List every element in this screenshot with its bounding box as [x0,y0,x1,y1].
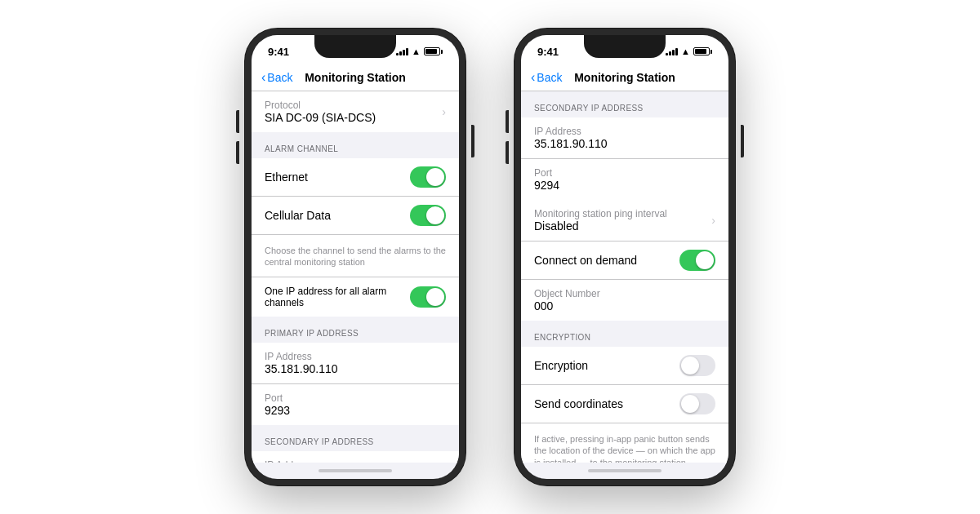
alarm-channel-header: ALARM CHANNEL [252,132,459,158]
phone-screen-1: 9:41 ▲ ‹ [252,35,459,479]
home-indicator-1 [252,463,459,479]
secondary-ip-item-1[interactable]: IP Address 35.181.90.110 [252,451,459,463]
secondary-ip-header-text-2: SECONDARY IP ADDRESS [534,104,644,113]
ping-interval-item[interactable]: Monitoring station ping interval Disable… [521,200,728,241]
protocol-label: Protocol [265,100,442,111]
secondary-port-item-2[interactable]: Port 9294 [521,159,728,200]
nav-bar-2: ‹ Back Monitoring Station [521,64,728,91]
channel-description-item: Choose the channel to send the alarms to… [252,235,459,277]
primary-ip-value: 35.181.90.110 [265,362,446,375]
primary-ip-header-text: PRIMARY IP ADDRESS [265,329,359,338]
back-chevron-1: ‹ [261,70,265,85]
protocol-chevron: › [442,105,446,118]
secondary-port-label-2: Port [534,167,715,179]
signal-icon [396,47,408,55]
vol-up-button[interactable] [236,110,239,133]
power-button-2[interactable] [741,125,744,157]
notch-2 [584,35,666,58]
signal-icon-2 [666,47,678,55]
back-label-2[interactable]: Back [537,71,562,84]
ethernet-label: Ethernet [265,171,308,184]
one-ip-toggle[interactable] [410,286,446,308]
content-area-2: SECONDARY IP ADDRESS IP Address 35.181.9… [521,91,728,463]
battery-icon-2 [693,47,712,55]
protocol-item[interactable]: Protocol SIA DC-09 (SIA-DCS) › [252,91,459,132]
primary-port-label: Port [265,392,446,404]
connect-on-demand-toggle[interactable] [679,250,715,271]
one-ip-label: One IP address for all alarm channels [265,286,403,308]
primary-ip-content: IP Address 35.181.90.110 [265,351,446,375]
back-button-2[interactable]: ‹ Back [531,70,562,85]
phone-screen-2: 9:41 ▲ ‹ [521,35,728,479]
power-button[interactable] [471,125,474,157]
object-number-value: 000 [534,299,715,312]
secondary-ip-header-1: SECONDARY IP ADDRESS [252,425,459,451]
cellular-toggle[interactable] [410,205,446,226]
back-button-1[interactable]: ‹ Back [261,70,292,85]
home-indicator-2 [521,463,728,479]
one-ip-item: One IP address for all alarm channels [252,277,459,317]
back-label-1[interactable]: Back [267,71,292,84]
secondary-ip-group-2: IP Address 35.181.90.110 Port 9294 [521,117,728,200]
send-coordinates-item: Send coordinates [521,385,728,423]
phone-1: 9:41 ▲ ‹ [245,29,466,485]
status-icons-1: ▲ [396,47,443,56]
object-number-item[interactable]: Object Number 000 [521,280,728,321]
secondary-port-value-2: 9294 [534,179,715,192]
wifi-icon: ▲ [412,47,421,56]
status-icons-2: ▲ [666,47,712,56]
secondary-ip-header-text-1: SECONDARY IP ADDRESS [265,437,374,446]
nav-title-1: Monitoring Station [305,71,406,84]
primary-ip-label: IP Address [265,351,446,362]
secondary-ip-item-2[interactable]: IP Address 35.181.90.110 [521,117,728,159]
back-chevron-2: ‹ [531,70,535,85]
secondary-ip-header-2: SECONDARY IP ADDRESS [521,91,728,117]
secondary-ip-group-1: IP Address 35.181.90.110 Port 9294 [252,451,459,463]
object-number-label: Object Number [534,288,715,299]
primary-ip-item[interactable]: IP Address 35.181.90.110 [252,343,459,384]
primary-port-item[interactable]: Port 9293 [252,384,459,425]
primary-ip-header: PRIMARY IP ADDRESS [252,317,459,343]
notch [314,35,396,58]
ping-value: Disabled [534,219,711,233]
primary-ip-group: IP Address 35.181.90.110 Port 9293 [252,343,459,425]
alarm-channel-group: Ethernet Cellular Data Choose the channe… [252,158,459,317]
secondary-ip-label-2: IP Address [534,126,715,137]
protocol-value: SIA DC-09 (SIA-DCS) [265,111,442,124]
encryption-group: Encryption Send coordinates If active, p… [521,347,728,463]
encryption-header: ENCRYPTION [521,321,728,347]
send-coordinates-label: Send coordinates [534,397,623,410]
phone-2: 9:41 ▲ ‹ [514,29,735,485]
connect-on-demand-item: Connect on demand [521,241,728,280]
status-time-2: 9:41 [537,46,559,58]
channel-description: Choose the channel to send the alarms to… [265,245,446,268]
ping-group: Monitoring station ping interval Disable… [521,200,728,321]
encryption-toggle[interactable] [679,355,715,376]
secondary-port-content-2: Port 9294 [534,167,715,192]
wifi-icon-2: ▲ [681,47,690,56]
phone-frame-1: 9:41 ▲ ‹ [245,29,466,485]
ping-label: Monitoring station ping interval [534,208,711,219]
ping-chevron: › [711,214,715,227]
coordinates-description: If active, pressing in-app panic button … [534,433,715,463]
secondary-ip-content-2: IP Address 35.181.90.110 [534,126,715,150]
home-bar-2 [588,469,662,472]
vol-down-button[interactable] [236,141,239,164]
vol-down-button-2[interactable] [506,141,509,164]
object-number-content: Object Number 000 [534,288,715,312]
protocol-group: Protocol SIA DC-09 (SIA-DCS) › [252,91,459,132]
send-coordinates-toggle[interactable] [679,393,715,414]
phone-frame-2: 9:41 ▲ ‹ [514,29,735,485]
content-area-1: Protocol SIA DC-09 (SIA-DCS) › ALARM CHA… [252,91,459,463]
encryption-item: Encryption [521,347,728,385]
status-time-1: 9:41 [268,46,289,58]
battery-icon [424,47,443,55]
coordinates-description-item: If active, pressing in-app panic button … [521,423,728,463]
nav-bar-1: ‹ Back Monitoring Station [252,64,459,91]
cellular-item: Cellular Data [252,197,459,235]
cellular-label: Cellular Data [265,209,331,222]
vol-up-button-2[interactable] [506,110,509,133]
ethernet-toggle[interactable] [410,166,446,188]
secondary-ip-value-2: 35.181.90.110 [534,137,715,150]
ping-content: Monitoring station ping interval Disable… [534,208,711,233]
